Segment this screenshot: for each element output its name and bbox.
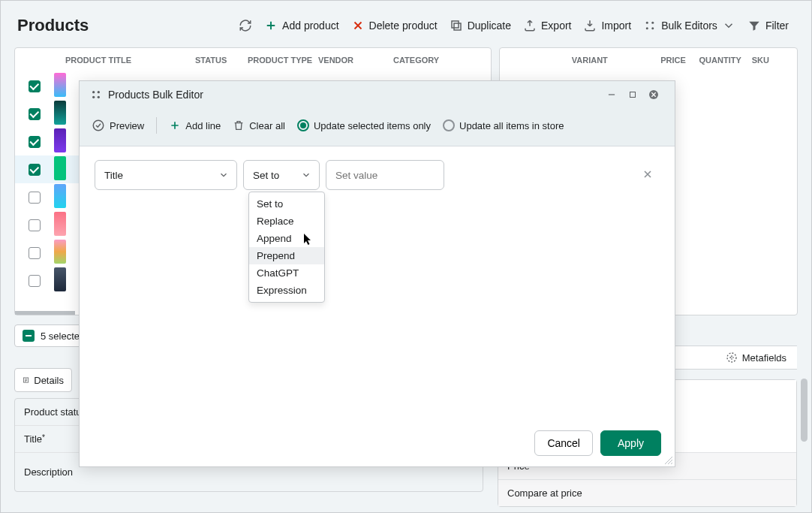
svg-rect-0	[452, 21, 459, 28]
row-checkbox[interactable]	[29, 108, 41, 120]
svg-point-14	[98, 91, 100, 93]
export-icon	[523, 19, 537, 32]
chevron-down-icon	[722, 19, 735, 32]
action-select[interactable]: Set to	[243, 160, 320, 190]
dropdown-item[interactable]: Prepend	[249, 247, 324, 264]
svg-rect-18	[630, 92, 636, 98]
dropdown-item[interactable]: ChatGPT	[249, 264, 324, 282]
modal-footer: Cancel Apply	[80, 420, 675, 466]
svg-point-4	[646, 27, 648, 29]
filter-icon	[747, 19, 761, 32]
field-select[interactable]: Title	[95, 160, 237, 190]
refresh-button[interactable]	[233, 14, 258, 37]
svg-point-10	[727, 353, 736, 362]
bulk-editors-button[interactable]: Bulk Editors	[637, 14, 741, 37]
details-toggle[interactable]: Details	[14, 368, 72, 392]
dropdown-item[interactable]: Replace	[249, 213, 324, 230]
add-product-button[interactable]: Add product	[258, 14, 345, 37]
plus-icon	[264, 19, 278, 32]
metafields-icon	[726, 352, 738, 364]
filter-button[interactable]: Filter	[741, 14, 795, 37]
delete-product-button[interactable]: Delete product	[345, 14, 444, 37]
modal-toolbar: Preview Add line Clear all Update select…	[80, 108, 675, 146]
refresh-icon	[239, 19, 252, 32]
svg-point-2	[646, 22, 648, 24]
close-button[interactable]	[643, 89, 664, 101]
col-vendor[interactable]: VENDOR	[318, 56, 393, 65]
import-button[interactable]: Import	[577, 14, 637, 37]
row-checkbox[interactable]	[29, 136, 41, 148]
editor-row: Title Set to	[95, 160, 660, 190]
cancel-button[interactable]: Cancel	[534, 430, 593, 456]
minimize-button[interactable]	[601, 89, 622, 100]
svg-point-20	[93, 120, 104, 131]
chevron-down-icon	[218, 170, 229, 180]
col-category[interactable]: CATEGORY	[393, 56, 453, 65]
product-thumbnail	[54, 73, 66, 97]
indeterminate-checkbox[interactable]	[23, 330, 35, 342]
trash-icon	[233, 119, 245, 131]
row-checkbox[interactable]	[29, 247, 41, 259]
dropdown-item[interactable]: Expression	[249, 282, 324, 299]
row-checkbox[interactable]	[29, 219, 41, 231]
resize-handle[interactable]	[664, 456, 673, 465]
radio-off-icon	[443, 119, 455, 131]
product-thumbnail	[54, 267, 66, 291]
bulk-editor-icon	[90, 89, 102, 101]
dropdown-item[interactable]: Set to	[249, 195, 324, 213]
apply-button[interactable]: Apply	[600, 430, 661, 456]
row-checkbox[interactable]	[29, 80, 41, 92]
scrollbar[interactable]	[801, 379, 807, 506]
duplicate-button[interactable]: Duplicate	[444, 14, 517, 37]
product-thumbnail	[54, 212, 66, 236]
products-table-header: PRODUCT TITLE STATUS PRODUCT TYPE VENDOR…	[15, 48, 491, 72]
details-icon	[23, 374, 29, 386]
col-product-title[interactable]: PRODUCT TITLE	[53, 56, 195, 65]
field-compare-price[interactable]: Compare at price	[498, 479, 796, 506]
col-price[interactable]: PRICE	[635, 56, 686, 65]
col-product-type[interactable]: PRODUCT TYPE	[248, 56, 318, 65]
radio-on-icon	[297, 119, 309, 131]
clear-all-button[interactable]: Clear all	[233, 119, 285, 131]
preview-icon	[92, 119, 105, 132]
svg-point-16	[98, 96, 100, 98]
row-checkbox[interactable]	[29, 192, 41, 204]
update-all-radio[interactable]: Update all items in store	[443, 119, 564, 131]
x-icon	[642, 168, 654, 180]
plus-icon	[169, 119, 181, 131]
col-sku[interactable]: SKU	[741, 56, 780, 65]
variants-table-header: VARIANT PRICE QUANTITY SKU	[500, 48, 797, 72]
import-icon	[583, 19, 597, 32]
maximize-button[interactable]	[622, 90, 643, 99]
cursor-icon	[304, 234, 313, 246]
value-input[interactable]	[326, 160, 444, 190]
chevron-down-icon	[301, 170, 311, 180]
col-variant[interactable]: VARIANT	[500, 56, 635, 65]
add-line-button[interactable]: Add line	[169, 119, 221, 131]
export-button[interactable]: Export	[517, 14, 577, 37]
row-checkbox[interactable]	[29, 164, 41, 176]
svg-point-13	[92, 91, 95, 93]
sliders-icon	[643, 19, 657, 32]
product-thumbnail	[54, 128, 66, 152]
x-icon	[351, 19, 365, 32]
modal-header: Products Bulk Editor	[80, 81, 675, 108]
remove-line-button[interactable]	[636, 164, 660, 187]
col-status[interactable]: STATUS	[195, 56, 248, 65]
bulk-editor-modal: Products Bulk Editor Preview Add line Cl…	[79, 80, 675, 467]
modal-title: Products Bulk Editor	[108, 89, 203, 101]
preview-button[interactable]: Preview	[92, 119, 144, 132]
dropdown-item[interactable]: Append	[249, 230, 324, 247]
row-checkbox[interactable]	[29, 275, 41, 287]
duplicate-icon	[450, 19, 463, 32]
modal-body: Title Set to Set toReplaceAppendPrependC…	[80, 146, 675, 420]
update-selected-radio[interactable]: Update selected items only	[297, 119, 431, 131]
product-thumbnail	[54, 156, 66, 180]
svg-rect-1	[454, 23, 461, 30]
svg-point-5	[651, 27, 654, 29]
svg-point-15	[92, 96, 95, 98]
col-quantity[interactable]: QUANTITY	[686, 56, 741, 65]
product-thumbnail	[54, 240, 66, 264]
product-thumbnail	[54, 184, 66, 208]
product-thumbnail	[54, 101, 66, 125]
